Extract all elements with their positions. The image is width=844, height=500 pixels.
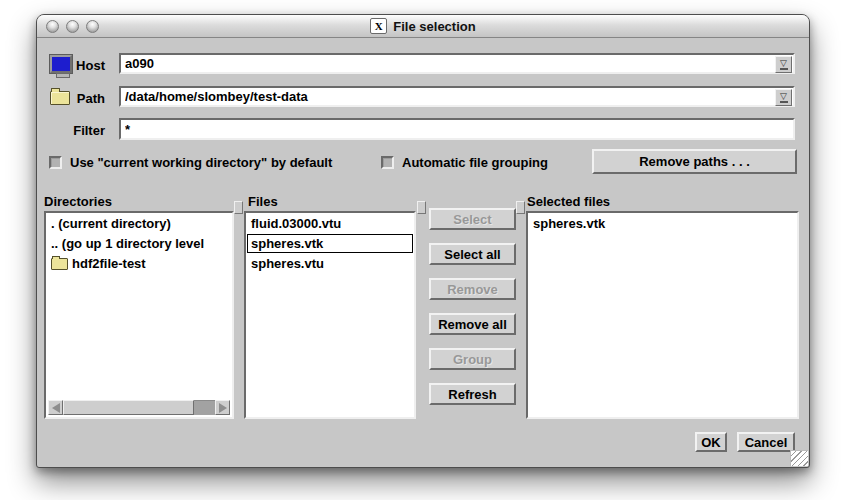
filter-input[interactable] — [121, 120, 793, 138]
splitter-handle[interactable] — [234, 201, 243, 214]
scrollbar-thumb[interactable] — [63, 400, 194, 415]
chevron-down-icon: ▽ — [780, 92, 787, 100]
list-item[interactable]: spheres.vtk — [529, 214, 796, 233]
filter-label: Filter — [45, 123, 105, 138]
refresh-button[interactable]: Refresh — [429, 383, 516, 405]
minimize-button[interactable] — [66, 20, 79, 33]
dropdown-bar-icon — [780, 101, 788, 103]
list-item-current[interactable]: spheres.vtk — [247, 234, 413, 253]
list-item[interactable]: fluid.03000.vtu — [247, 214, 413, 233]
directories-pane-label: Directories — [44, 194, 112, 209]
cwd-checkbox[interactable] — [49, 156, 62, 169]
folder-icon — [51, 258, 68, 270]
group-button[interactable]: Group — [429, 348, 516, 370]
list-item[interactable]: . (current directory) — [47, 214, 231, 233]
titlebar[interactable]: X File selection — [37, 15, 809, 38]
select-all-button[interactable]: Select all — [429, 243, 516, 265]
list-item[interactable]: spheres.vtu — [247, 254, 413, 273]
screenshot: X File selection Host ▽ Path ▽ Filter — [0, 0, 844, 500]
remove-paths-button[interactable]: Remove paths . . . — [592, 149, 797, 174]
host-field-wrap: ▽ — [119, 53, 795, 74]
host-dropdown-button[interactable]: ▽ — [775, 56, 792, 73]
path-dropdown-button[interactable]: ▽ — [775, 89, 792, 106]
arrow-left-icon — [52, 403, 60, 413]
selected-files-pane-label: Selected files — [527, 194, 610, 209]
auto-grouping-label: Automatic file grouping — [402, 155, 548, 170]
zoom-button[interactable] — [86, 20, 99, 33]
path-label: Path — [45, 91, 105, 106]
arrow-right-icon — [219, 403, 227, 413]
files-list: fluid.03000.vtu spheres.vtk spheres.vtu — [244, 211, 416, 419]
filter-field-wrap — [119, 118, 795, 140]
path-field-wrap: ▽ — [119, 86, 795, 107]
cwd-checkbox-label: Use "current working directory" by defau… — [70, 155, 332, 170]
list-item[interactable]: hdf2file-test — [47, 254, 231, 273]
auto-grouping-checkbox[interactable] — [381, 156, 394, 169]
ok-button[interactable]: OK — [695, 432, 727, 452]
close-button[interactable] — [46, 20, 59, 33]
list-item[interactable]: .. (go up 1 directory level — [47, 234, 231, 253]
remove-button[interactable]: Remove — [429, 278, 516, 300]
remove-all-button[interactable]: Remove all — [429, 313, 516, 335]
chevron-down-icon: ▽ — [780, 59, 787, 67]
files-pane-label: Files — [248, 194, 278, 209]
scroll-left-button[interactable] — [48, 400, 63, 415]
host-input[interactable] — [121, 55, 793, 72]
scrollbar-track[interactable] — [194, 400, 215, 415]
resize-grip[interactable] — [790, 450, 808, 466]
file-selection-dialog: X File selection Host ▽ Path ▽ Filter — [36, 14, 810, 468]
directories-list: . (current directory) .. (go up 1 direct… — [44, 211, 234, 419]
path-input[interactable] — [121, 88, 793, 105]
selected-files-list: spheres.vtk — [526, 211, 799, 419]
scroll-right-button[interactable] — [215, 400, 230, 415]
select-button[interactable]: Select — [429, 208, 516, 230]
splitter-handle[interactable] — [417, 201, 426, 214]
x11-icon: X — [370, 18, 387, 34]
cancel-button[interactable]: Cancel — [737, 432, 795, 452]
splitter-handle[interactable] — [516, 201, 525, 214]
window-title: File selection — [393, 19, 475, 34]
dropdown-bar-icon — [780, 68, 788, 70]
host-label: Host — [45, 58, 105, 73]
directories-horizontal-scrollbar[interactable] — [48, 400, 230, 415]
